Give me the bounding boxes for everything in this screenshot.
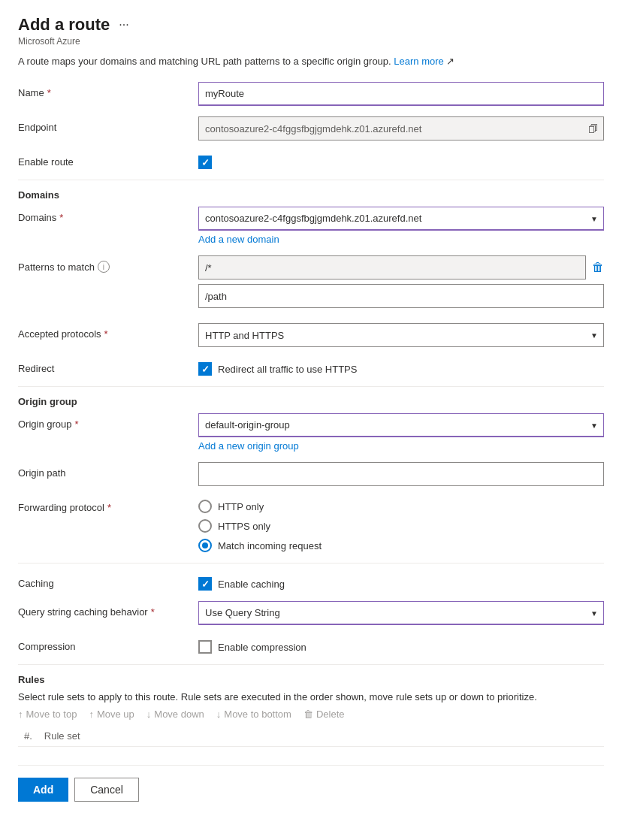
move-bottom-button[interactable]: ↓ Move to bottom xyxy=(216,709,291,720)
accepted-protocols-select[interactable]: HTTP and HTTPS HTTP only HTTPS only xyxy=(198,323,604,347)
origin-path-input[interactable] xyxy=(198,462,604,486)
query-string-label: Query string caching behavior * xyxy=(18,601,198,618)
name-field-container xyxy=(198,82,604,106)
domains-section-header: Domains xyxy=(18,189,604,201)
copy-icon[interactable]: 🗍 xyxy=(588,123,598,134)
subtitle: Microsoft Azure xyxy=(18,36,604,47)
rules-table-header: #. Rule set xyxy=(18,726,604,747)
patterns-info-icon: i xyxy=(98,261,110,273)
move-down-button[interactable]: ↓ Move down xyxy=(146,709,204,720)
query-string-select[interactable]: Use Query String Ignore Query String Use… xyxy=(198,601,604,625)
footer-buttons: Add Cancel xyxy=(18,765,604,802)
name-input[interactable] xyxy=(198,82,604,106)
origin-group-select[interactable]: default-origin-group xyxy=(198,413,604,437)
endpoint-input xyxy=(198,116,604,141)
origin-path-field xyxy=(198,462,604,486)
http-only-radio[interactable] xyxy=(198,500,212,513)
delete-button[interactable]: 🗑 Delete xyxy=(303,709,345,720)
rules-section-header: Rules xyxy=(18,674,604,685)
compression-label: Compression xyxy=(18,636,198,652)
accepted-protocols-label: Accepted protocols * xyxy=(18,323,198,340)
https-only-label: HTTPS only xyxy=(218,521,270,532)
redirect-text: Redirect all traffic to use HTTPS xyxy=(218,364,357,375)
name-label: Name * xyxy=(18,82,198,98)
enable-route-label: Enable route xyxy=(18,151,198,168)
move-up-button[interactable]: ↑ Move up xyxy=(89,709,134,720)
domains-field-container: contosoazure2-c4fggsfbgjgmdehk.z01.azure… xyxy=(198,207,604,245)
redirect-field: ✓ Redirect all traffic to use HTTPS xyxy=(198,358,604,376)
rules-description: Select rule sets to apply to this route.… xyxy=(18,691,604,703)
domains-label: Domains * xyxy=(18,207,198,223)
pattern1-input[interactable] xyxy=(198,255,586,279)
forwarding-protocol-field: HTTP only HTTPS only Match incoming requ… xyxy=(198,497,604,552)
redirect-label: Redirect xyxy=(18,358,198,374)
compression-field: Enable compression xyxy=(198,636,604,654)
compression-text: Enable compression xyxy=(218,642,306,653)
forwarding-protocol-label: Forwarding protocol * xyxy=(18,497,198,513)
compression-checkbox[interactable] xyxy=(198,640,212,654)
add-button[interactable]: Add xyxy=(18,778,68,802)
rules-ruleset-col: Rule set xyxy=(44,730,80,742)
move-top-button[interactable]: ↑ Move to top xyxy=(18,709,77,720)
page-description: A route maps your domains and matching U… xyxy=(18,56,604,67)
rules-section: Rules Select rule sets to apply to this … xyxy=(18,674,604,747)
endpoint-label: Endpoint xyxy=(18,116,198,133)
origin-path-label: Origin path xyxy=(18,462,198,479)
http-only-label: HTTP only xyxy=(218,501,264,512)
pattern2-input[interactable] xyxy=(198,284,604,308)
patterns-label: Patterns to match i xyxy=(18,255,198,273)
match-incoming-radio[interactable] xyxy=(198,539,212,552)
caching-text: Enable caching xyxy=(218,579,285,590)
redirect-checkbox[interactable]: ✓ xyxy=(198,362,212,376)
patterns-field-container: 🗑 xyxy=(198,255,604,313)
rules-toolbar: ↑ Move to top ↑ Move up ↓ Move down ↓ Mo… xyxy=(18,709,604,720)
origin-group-field: default-origin-group ▼ Add a new origin … xyxy=(198,413,604,452)
enable-route-field: ✓ xyxy=(198,151,604,169)
domains-select[interactable]: contosoazure2-c4fggsfbgjgmdehk.z01.azure… xyxy=(198,207,604,231)
endpoint-field-container: 🗍 xyxy=(198,116,604,141)
ellipsis-button[interactable]: ··· xyxy=(116,18,131,32)
enable-route-checkbox[interactable]: ✓ xyxy=(198,156,212,169)
https-only-radio[interactable] xyxy=(198,519,212,533)
caching-label: Caching xyxy=(18,573,198,589)
learn-more-link[interactable]: Learn more xyxy=(394,56,443,67)
delete-pattern1-icon[interactable]: 🗑 xyxy=(592,261,604,274)
caching-checkbox[interactable]: ✓ xyxy=(198,577,212,591)
page-title: Add a route xyxy=(18,15,110,35)
forwarding-https-only[interactable]: HTTPS only xyxy=(198,519,604,533)
cancel-button[interactable]: Cancel xyxy=(74,778,139,802)
caching-field: ✓ Enable caching xyxy=(198,573,604,591)
origin-group-section-header: Origin group xyxy=(18,396,604,407)
accepted-protocols-field: HTTP and HTTPS HTTP only HTTPS only ▼ xyxy=(198,323,604,347)
forwarding-protocol-radio-group: HTTP only HTTPS only Match incoming requ… xyxy=(198,497,604,552)
add-origin-group-link[interactable]: Add a new origin group xyxy=(198,440,299,452)
add-domain-link[interactable]: Add a new domain xyxy=(198,234,279,245)
forwarding-match-incoming[interactable]: Match incoming request xyxy=(198,539,604,552)
match-incoming-label: Match incoming request xyxy=(218,540,322,551)
query-string-field: Use Query String Ignore Query String Use… xyxy=(198,601,604,625)
rules-hash-col: #. xyxy=(24,730,32,742)
forwarding-http-only[interactable]: HTTP only xyxy=(198,500,604,513)
origin-group-label: Origin group * xyxy=(18,413,198,430)
